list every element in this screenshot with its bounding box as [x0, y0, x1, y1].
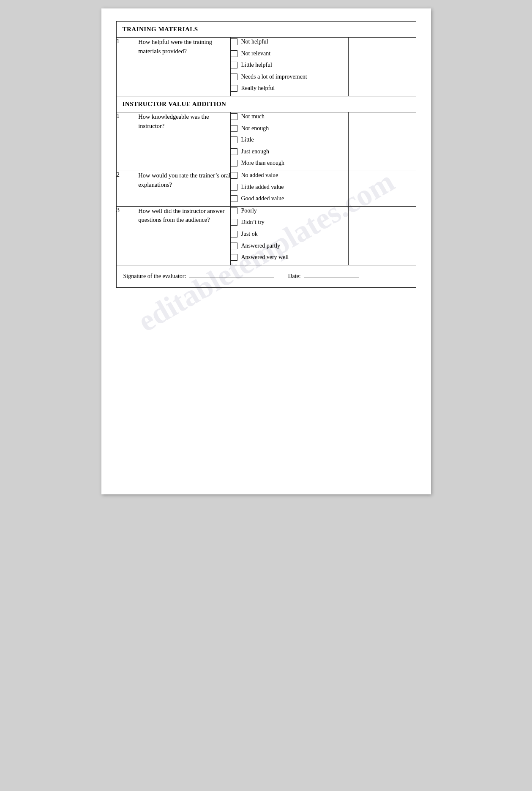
- question-text: How well did the instructor answer quest…: [138, 206, 231, 265]
- table-row: 1 How helpful were the training material…: [116, 38, 416, 96]
- option-label: Little helpful: [241, 61, 272, 69]
- main-table: TRAINING MATERIALS 1 How helpful were th…: [116, 21, 416, 288]
- section-header-training: TRAINING MATERIALS: [116, 22, 416, 38]
- page: editabletemplates.com TRAINING MATERIALS…: [101, 8, 431, 494]
- option-item: Not helpful: [231, 38, 348, 46]
- checkbox[interactable]: [231, 125, 237, 132]
- option-label: Little added value: [241, 183, 284, 191]
- option-item: Little helpful: [231, 61, 348, 69]
- section-header-instructor: INSTRUCTOR VALUE ADDITION: [116, 96, 416, 112]
- option-item: Needs a lot of improvement: [231, 73, 348, 81]
- checkbox[interactable]: [231, 243, 237, 249]
- option-item: Just enough: [231, 147, 348, 156]
- checkbox[interactable]: [231, 172, 237, 179]
- table-row: 3 How well did the instructor answer que…: [116, 206, 416, 265]
- option-item: No added value: [231, 171, 348, 180]
- comment-cell: [349, 206, 416, 265]
- checkbox[interactable]: [231, 207, 237, 214]
- question-num: 3: [116, 206, 138, 265]
- options-cell: Poorly Didn’t try Just ok Answered partl…: [231, 206, 349, 265]
- checkbox[interactable]: [231, 231, 237, 237]
- section-title-instructor: INSTRUCTOR VALUE ADDITION: [116, 96, 416, 112]
- checkbox[interactable]: [231, 50, 237, 57]
- question-text: How would you rate the trainer’s oral ex…: [138, 171, 231, 206]
- option-item: Answered partly: [231, 242, 348, 250]
- signature-line: [189, 278, 274, 278]
- option-label: Really helpful: [241, 84, 275, 93]
- question-text: How helpful were the training materials …: [138, 38, 231, 96]
- checkbox[interactable]: [231, 136, 237, 143]
- checkbox[interactable]: [231, 254, 237, 261]
- option-label: Poorly: [241, 207, 256, 215]
- checkbox[interactable]: [231, 184, 237, 191]
- option-item: Really helpful: [231, 84, 348, 93]
- comment-cell: [349, 38, 416, 96]
- options-cell: Not helpful Not relevant Little helpful …: [231, 38, 349, 96]
- option-label: Not much: [241, 112, 265, 121]
- options-cell: Not much Not enough Little Just enough M…: [231, 112, 349, 171]
- section-title-training: TRAINING MATERIALS: [116, 22, 416, 38]
- option-item: Little: [231, 136, 348, 144]
- option-label: Not enough: [241, 124, 269, 133]
- question-num: 1: [116, 38, 138, 96]
- option-item: Poorly: [231, 207, 348, 215]
- option-item: Not enough: [231, 124, 348, 133]
- checkbox[interactable]: [231, 160, 237, 166]
- date-line: [304, 278, 359, 278]
- comment-cell: [349, 171, 416, 206]
- options-cell: No added value Little added value Good a…: [231, 171, 349, 206]
- checkbox[interactable]: [231, 148, 237, 155]
- checkbox[interactable]: [231, 195, 237, 202]
- checkbox[interactable]: [231, 113, 237, 120]
- signature-row: Signature of the evaluator: Date:: [116, 265, 416, 287]
- question-num: 2: [116, 171, 138, 206]
- table-row: 2 How would you rate the trainer’s oral …: [116, 171, 416, 206]
- signature-cell: Signature of the evaluator: Date:: [116, 265, 416, 287]
- question-text: How knowledgeable was the instructor?: [138, 112, 231, 171]
- option-item: Didn’t try: [231, 218, 348, 226]
- option-item: Not relevant: [231, 49, 348, 58]
- checkbox[interactable]: [231, 74, 237, 80]
- checkbox[interactable]: [231, 62, 237, 68]
- option-label: Answered partly: [241, 242, 280, 250]
- option-item: Little added value: [231, 183, 348, 191]
- option-label: No added value: [241, 171, 278, 180]
- option-label: Just ok: [241, 230, 257, 238]
- signature-label: Signature of the evaluator:: [123, 273, 186, 279]
- option-label: More than enough: [241, 159, 284, 167]
- option-label: Not relevant: [241, 49, 270, 58]
- option-item: More than enough: [231, 159, 348, 167]
- checkbox[interactable]: [231, 38, 237, 45]
- option-label: Good added value: [241, 194, 284, 203]
- table-row: 1 How knowledgeable was the instructor? …: [116, 112, 416, 171]
- option-label: Just enough: [241, 147, 269, 156]
- question-num: 1: [116, 112, 138, 171]
- option-label: Didn’t try: [241, 218, 264, 226]
- option-label: Little: [241, 136, 254, 144]
- option-item: Answered very well: [231, 253, 348, 262]
- checkbox[interactable]: [231, 219, 237, 226]
- checkbox[interactable]: [231, 85, 237, 92]
- comment-cell: [349, 112, 416, 171]
- option-item: Not much: [231, 112, 348, 121]
- option-label: Answered very well: [241, 253, 289, 262]
- date-label: Date:: [288, 273, 300, 279]
- option-label: Not helpful: [241, 38, 268, 46]
- option-label: Needs a lot of improvement: [241, 73, 307, 81]
- option-item: Just ok: [231, 230, 348, 238]
- option-item: Good added value: [231, 194, 348, 203]
